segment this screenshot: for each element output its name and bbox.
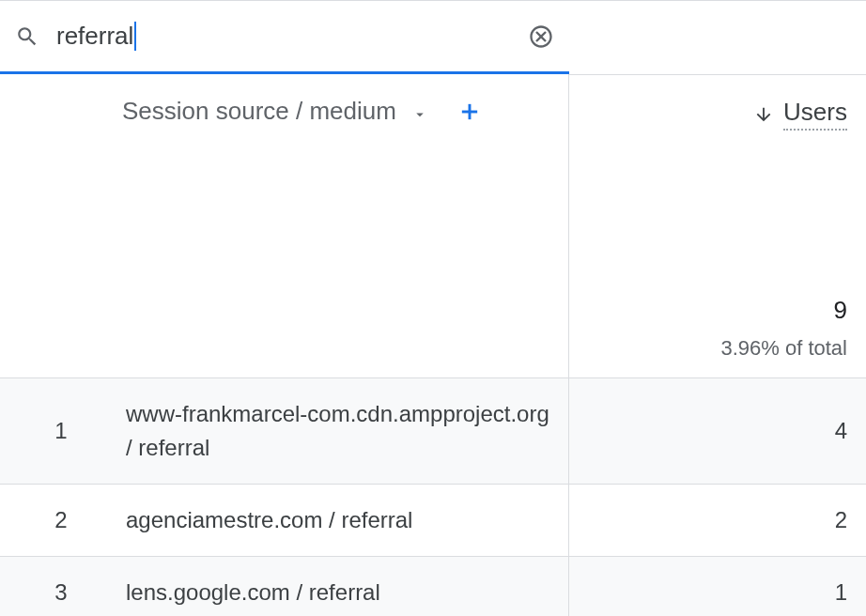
row-index: 2	[0, 485, 122, 556]
search-icon	[15, 24, 39, 49]
plus-icon[interactable]	[456, 99, 483, 125]
table-header-row: Session source / medium Users	[0, 74, 866, 149]
row-dimension: lens.google.com / referral	[122, 557, 569, 616]
summary-value: 9	[834, 296, 847, 325]
table-row[interactable]: 2 agenciamestre.com / referral 2	[0, 485, 866, 557]
arrow-down-icon[interactable]	[753, 104, 774, 125]
row-metric: 2	[569, 485, 866, 556]
search-bar[interactable]: referral	[0, 1, 569, 74]
dimension-label[interactable]: Session source / medium	[122, 97, 396, 126]
summary-metric-cell: 9 3.96% of total	[569, 149, 866, 378]
search-input[interactable]: referral	[56, 22, 136, 51]
metric-label[interactable]: Users	[783, 98, 847, 131]
row-dimension: agenciamestre.com / referral	[122, 485, 569, 556]
table-row[interactable]: 1 www-frankmarcel-com.cdn.ampproject.org…	[0, 378, 866, 485]
row-metric: 4	[569, 378, 866, 484]
row-index: 1	[0, 378, 122, 484]
dimension-header-cell: Session source / medium	[0, 74, 569, 149]
row-metric: 1	[569, 557, 866, 616]
clear-icon[interactable]	[528, 23, 554, 50]
metric-header-cell: Users	[569, 74, 866, 149]
summary-dimension-cell	[0, 149, 569, 378]
row-dimension: www-frankmarcel-com.cdn.ampproject.org /…	[122, 378, 569, 484]
summary-row: 9 3.96% of total	[0, 149, 866, 378]
row-index: 3	[0, 557, 122, 616]
chevron-down-icon[interactable]	[411, 106, 428, 123]
table-row[interactable]: 3 lens.google.com / referral 1	[0, 557, 866, 616]
summary-percent: 3.96% of total	[720, 336, 847, 361]
